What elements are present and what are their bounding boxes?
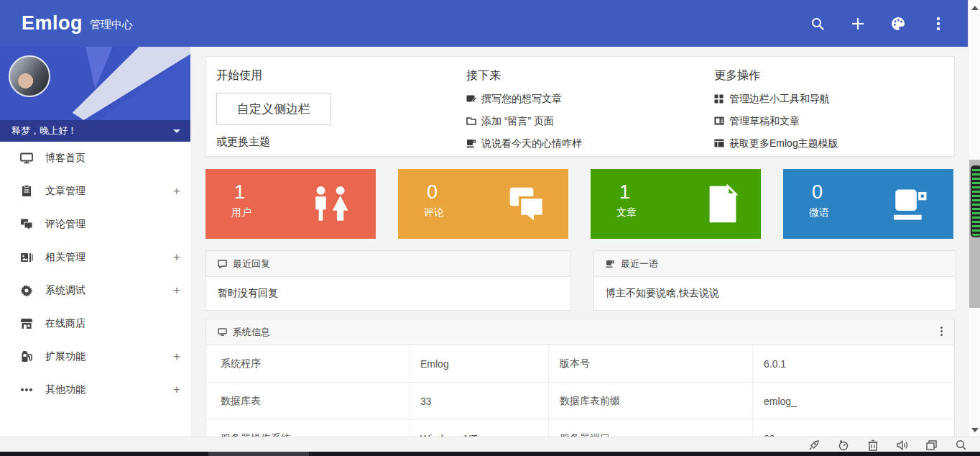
link-label: 说说看今天的心情咋样: [481, 137, 582, 150]
chevron-down-icon: [173, 129, 180, 133]
write-icon: [466, 94, 476, 104]
gear-icon: [20, 284, 33, 297]
page-icon: [466, 117, 476, 127]
expand-plus-icon[interactable]: +: [173, 350, 180, 364]
customize-sidebar-button[interactable]: 自定义侧边栏: [216, 93, 331, 125]
panel-body: 博主不知要说啥,快去说说: [594, 277, 956, 310]
sidebar-item-system[interactable]: 系统调试 +: [0, 274, 190, 307]
change-theme-link[interactable]: 或更换主题: [216, 135, 331, 149]
manage-drafts-link[interactable]: 管理草稿和文章: [714, 114, 838, 128]
link-label: 撰写您的想写文章: [481, 93, 562, 106]
search-icon[interactable]: [955, 439, 967, 451]
stat-card-comments[interactable]: 0 评论: [398, 169, 568, 239]
expand-plus-icon[interactable]: +: [173, 250, 180, 265]
sidebar-item-label: 文章管理: [45, 185, 85, 198]
speed-dial-icon[interactable]: [837, 439, 849, 451]
getting-started-column: 开始使用 自定义侧边栏 或更换主题: [216, 57, 331, 149]
cup-icon: [892, 186, 932, 222]
panel-title: 系统信息: [233, 326, 270, 339]
browser-statusbar: [0, 437, 980, 452]
sidebar-item-articles[interactable]: 文章管理 +: [0, 175, 190, 208]
sidebar-item-related[interactable]: 相关管理 +: [0, 241, 190, 274]
sidebar-item-comments[interactable]: 评论管理: [0, 208, 190, 241]
taskbar: [0, 452, 980, 456]
trash-icon[interactable]: [866, 439, 879, 451]
window-restore-icon[interactable]: [925, 439, 938, 451]
themes-icon: [714, 139, 724, 149]
monitor-icon: [218, 328, 227, 336]
table-row: 系统程序 Emlog 版本号 6.0.1: [206, 345, 954, 383]
sidebar: 释梦，晚上好！ 博客首页 文章管理 + 评论管理: [0, 47, 190, 437]
sidebar-item-label: 扩展功能: [45, 350, 85, 363]
cup-icon: [466, 139, 476, 149]
page-title: 管理中心: [90, 18, 133, 32]
link-label: 管理边栏小工具和导航: [729, 93, 830, 106]
stat-card-users[interactable]: 1 用户: [205, 169, 376, 239]
stat-card-notes[interactable]: 0 微语: [783, 169, 953, 239]
info-value: 6.0.1: [764, 345, 786, 382]
taskbar-item[interactable]: [208, 452, 309, 456]
expand-plus-icon[interactable]: +: [173, 283, 180, 298]
greeting-bar[interactable]: 释梦，晚上好！: [0, 120, 190, 142]
more-actions-column: 更多操作 管理边栏小工具和导航 管理草稿和文章 获取更多Emlog主题模版: [714, 57, 838, 150]
link-label: 管理草稿和文章: [729, 115, 800, 128]
info-label: 系统程序: [221, 345, 261, 382]
overflow-menu-icon[interactable]: [930, 16, 946, 32]
scroll-up-icon[interactable]: [971, 6, 979, 10]
users-icon: [310, 186, 354, 223]
theme-palette-icon[interactable]: [890, 16, 906, 32]
sidebar-item-other[interactable]: 其他功能 +: [0, 373, 190, 406]
scroll-indicator: [971, 165, 980, 237]
logo[interactable]: Emlog: [22, 12, 83, 35]
new-post-icon[interactable]: [850, 16, 866, 32]
search-icon[interactable]: [810, 16, 826, 32]
stat-card-articles[interactable]: 1 文章: [591, 169, 761, 239]
info-label: 数据库表前缀: [560, 383, 620, 419]
section-title: 开始使用: [216, 68, 331, 83]
post-note-link[interactable]: 说说看今天的心情咋样: [466, 137, 582, 150]
sidebar-item-store[interactable]: 在线商店: [0, 307, 190, 340]
drafts-icon: [714, 117, 724, 127]
stat-label: 文章: [616, 206, 637, 219]
scrollbar-thumb[interactable]: [969, 160, 980, 308]
get-themes-link[interactable]: 获取更多Emlog主题模版: [714, 137, 838, 150]
next-steps-column: 接下来 撰写您的想写文章 添加 “留言” 页面 说说看今天的心情咋样: [466, 57, 582, 150]
emlog-admin-screen: Emlog 管理中心 释梦，晚上好！: [0, 0, 980, 456]
sidebar-item-label: 系统调试: [45, 284, 85, 297]
empty-replies-text: 暂时没有回复: [218, 287, 278, 300]
topbar: Emlog 管理中心: [0, 0, 968, 47]
scroll-down-icon[interactable]: [971, 428, 979, 432]
add-page-link[interactable]: 添加 “留言” 页面: [466, 114, 582, 128]
sidebar-item-label: 博客首页: [45, 152, 85, 165]
document-icon: [706, 184, 739, 224]
sidebar-item-extensions[interactable]: 扩展功能 +: [0, 340, 190, 373]
plugin-icon: [20, 350, 33, 363]
topbar-actions: [810, 0, 946, 47]
stat-value: 0: [427, 181, 438, 204]
recent-note-panel: 最近一语 博主不知要说啥,快去说说: [593, 250, 956, 311]
volume-icon[interactable]: [896, 439, 908, 451]
manage-widgets-link[interactable]: 管理边栏小工具和导航: [714, 92, 838, 106]
scrollbar[interactable]: [968, 0, 980, 452]
stat-value: 1: [619, 181, 630, 204]
panel-body: 暂时没有回复: [206, 277, 570, 310]
note-prompt-text[interactable]: 博主不知要说啥,快去说说: [606, 287, 719, 300]
store-icon: [20, 317, 33, 330]
monitor-icon: [20, 152, 33, 165]
sidebar-item-label: 相关管理: [45, 251, 85, 264]
system-info-panel: 系统信息 系统程序 Emlog 版本号 6.0.1 数据库表 33 数据库表前缀…: [205, 319, 955, 440]
write-article-link[interactable]: 撰写您的想写文章: [466, 92, 582, 106]
section-title: 更多操作: [714, 68, 838, 83]
boost-rocket-icon[interactable]: [808, 439, 820, 451]
reply-icon: [218, 260, 227, 268]
avatar[interactable]: [9, 55, 50, 97]
panel-menu-icon[interactable]: [940, 327, 943, 336]
stat-label: 评论: [424, 206, 444, 219]
welcome-panel: 开始使用 自定义侧边栏 或更换主题 接下来 撰写您的想写文章 添加 “留言” 页…: [205, 56, 955, 157]
sidebar-item-blog-home[interactable]: 博客首页: [0, 142, 190, 175]
expand-plus-icon[interactable]: +: [173, 184, 180, 199]
info-label: 数据库表: [221, 383, 261, 419]
sidebar-item-label: 评论管理: [45, 218, 85, 231]
article-icon: [20, 185, 33, 198]
expand-plus-icon[interactable]: +: [173, 383, 180, 397]
